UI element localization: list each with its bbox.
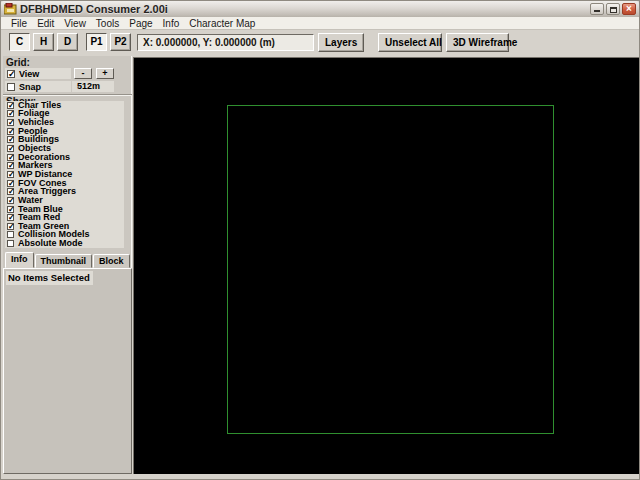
snap-size-value: 512m <box>72 81 114 92</box>
3d-wireframe-button[interactable]: 3D Wireframe <box>446 33 509 52</box>
mode-button-d[interactable]: D <box>57 33 78 51</box>
info-panel: No Items Selected <box>3 268 132 474</box>
menu-tools[interactable]: Tools <box>91 18 124 29</box>
grid-zoom-in-button[interactable]: + <box>96 68 114 79</box>
show-filter-list: ✓Char Tiles✓Foliage✓Vehicles✓People✓Buil… <box>5 101 124 248</box>
checkbox-people[interactable]: ✓ <box>7 128 14 135</box>
sidebar-tabs: InfoThumbnailBlock <box>5 252 131 268</box>
checkbox-water[interactable]: ✓ <box>7 197 14 204</box>
grid-snap-row: Snap <box>5 81 71 92</box>
app-window: DFBHDMED Consumer 2.00i × FileEditViewTo… <box>0 0 640 480</box>
checkbox-area-triggers[interactable]: ✓ <box>7 188 14 195</box>
menu-page[interactable]: Page <box>124 18 157 29</box>
checkbox-fov-cones[interactable]: ✓ <box>7 180 14 187</box>
menu-info[interactable]: Info <box>158 18 185 29</box>
snap-checkbox[interactable] <box>7 83 15 91</box>
mode-button-h[interactable]: H <box>33 33 54 51</box>
info-panel-message: No Items Selected <box>6 271 93 285</box>
checkbox-team-red[interactable]: ✓ <box>7 214 14 221</box>
map-canvas[interactable] <box>133 57 639 474</box>
minimize-button[interactable] <box>590 3 604 15</box>
mode-button-c[interactable]: C <box>9 33 30 51</box>
close-button[interactable]: × <box>622 3 636 15</box>
snap-label: Snap <box>19 82 41 92</box>
checkbox-foliage[interactable]: ✓ <box>7 110 14 117</box>
view-label: View <box>19 69 39 79</box>
app-icon <box>4 3 17 15</box>
tab-thumbnail[interactable]: Thumbnail <box>35 254 93 268</box>
checkbox-markers[interactable]: ✓ <box>7 162 14 169</box>
title-bar[interactable]: DFBHDMED Consumer 2.00i × <box>1 1 639 17</box>
checkbox-decorations[interactable]: ✓ <box>7 154 14 161</box>
checkbox-absolute-mode[interactable] <box>7 240 14 247</box>
checkbox-collision-models[interactable] <box>7 231 14 238</box>
menu-view[interactable]: View <box>59 18 91 29</box>
tab-block[interactable]: Block <box>93 254 130 268</box>
restore-icon <box>610 7 617 13</box>
restore-button[interactable] <box>606 3 620 15</box>
unselect-all-button[interactable]: Unselect All <box>378 33 442 52</box>
tab-info[interactable]: Info <box>5 252 34 268</box>
page-button-p2[interactable]: P2 <box>110 33 131 51</box>
menu-bar: FileEditViewToolsPageInfoCharacter Map <box>1 17 639 30</box>
grid-zoom-out-button[interactable]: - <box>74 68 92 79</box>
checkbox-team-green[interactable]: ✓ <box>7 223 14 230</box>
layers-button[interactable]: Layers <box>318 33 364 52</box>
checkbox-team-blue[interactable]: ✓ <box>7 206 14 213</box>
checkbox-vehicles[interactable]: ✓ <box>7 119 14 126</box>
toolbar: CHD P1P2 X: 0.000000, Y: 0.000000 (m) La… <box>1 30 639 56</box>
coordinates-display: X: 0.000000, Y: 0.000000 (m) <box>137 34 314 51</box>
map-boundary-outline <box>227 105 554 434</box>
label-absolute-mode: Absolute Mode <box>18 239 83 248</box>
menu-file[interactable]: File <box>6 18 32 29</box>
checkbox-objects[interactable]: ✓ <box>7 145 14 152</box>
grid-section-label: Grid: <box>6 57 30 68</box>
window-title: DFBHDMED Consumer 2.00i <box>20 3 590 15</box>
checkbox-wp-distance[interactable]: ✓ <box>7 171 14 178</box>
checkbox-char-tiles[interactable]: ✓ <box>7 102 14 109</box>
show-row-absolute-mode: Absolute Mode <box>5 239 124 248</box>
page-button-p1[interactable]: P1 <box>86 33 107 51</box>
menu-character-map[interactable]: Character Map <box>184 18 260 29</box>
menu-edit[interactable]: Edit <box>32 18 59 29</box>
sidebar: Grid: ✓ View - + Snap 512m Show: ✓Char T… <box>3 56 132 474</box>
minimize-icon <box>594 10 600 12</box>
window-controls: × <box>590 3 636 15</box>
view-checkbox[interactable]: ✓ <box>7 70 15 78</box>
grid-view-row: ✓ View <box>5 68 71 79</box>
checkbox-buildings[interactable]: ✓ <box>7 136 14 143</box>
